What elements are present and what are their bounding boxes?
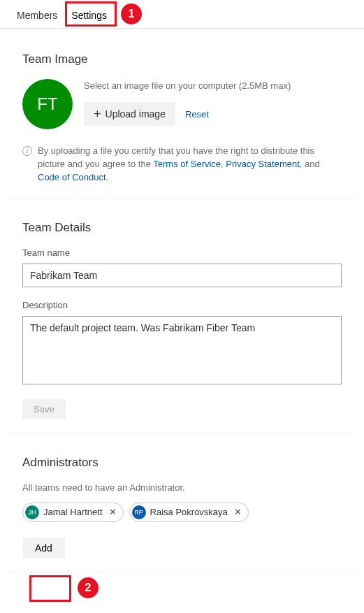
remove-admin-icon[interactable]: ✕: [107, 507, 119, 517]
administrators-helper: All teams need to have an Administrator.: [22, 482, 342, 493]
info-icon: i: [22, 146, 32, 156]
add-administrator-button[interactable]: Add: [22, 538, 65, 558]
admin-chip[interactable]: JHJamal Hartnett✕: [22, 503, 124, 522]
upload-disclaimer: By uploading a file you certify that you…: [38, 145, 342, 185]
description-textarea[interactable]: The default project team. Was Fabrikam F…: [22, 316, 342, 384]
team-avatar: FT: [22, 79, 73, 129]
admin-chip[interactable]: RPRaisa Pokrovskaya✕: [129, 503, 249, 522]
reset-image-link[interactable]: Reset: [185, 109, 209, 120]
tabs: Members Settings: [0, 0, 364, 29]
team-name-input[interactable]: [22, 264, 342, 287]
remove-admin-icon[interactable]: ✕: [232, 507, 244, 517]
admin-avatar: JH: [25, 505, 39, 519]
administrators-list: JHJamal Hartnett✕RPRaisa Pokrovskaya✕: [22, 503, 342, 522]
admin-name: Raisa Pokrovskaya: [150, 507, 228, 517]
callout-badge-2: 2: [78, 577, 99, 598]
privacy-link[interactable]: Privacy Statement: [226, 159, 300, 169]
team-image-title: Team Image: [22, 52, 342, 66]
save-button[interactable]: Save: [22, 399, 66, 419]
team-image-card: Team Image FT Select an image file on yo…: [8, 40, 356, 197]
admin-avatar: RP: [132, 505, 146, 519]
description-label: Description: [22, 300, 342, 310]
upload-hint: Select an image file on your computer (2…: [84, 80, 342, 91]
admin-name: Jamal Hartnett: [43, 507, 103, 517]
plus-icon: +: [94, 108, 101, 120]
team-name-label: Team name: [22, 247, 342, 258]
team-details-title: Team Details: [22, 221, 342, 235]
team-details-card: Team Details Team name Description The d…: [8, 208, 356, 432]
upload-image-label: Upload image: [105, 108, 166, 120]
callout-box-2: [29, 575, 71, 602]
tab-settings[interactable]: Settings: [64, 4, 114, 28]
tab-members[interactable]: Members: [10, 4, 64, 28]
code-of-conduct-link[interactable]: Code of Conduct: [38, 172, 106, 182]
upload-image-button[interactable]: + Upload image: [84, 102, 175, 126]
administrators-title: Administrators: [22, 456, 342, 470]
administrators-card: Administrators All teams need to have an…: [8, 443, 356, 571]
tos-link[interactable]: Terms of Service: [153, 159, 221, 169]
